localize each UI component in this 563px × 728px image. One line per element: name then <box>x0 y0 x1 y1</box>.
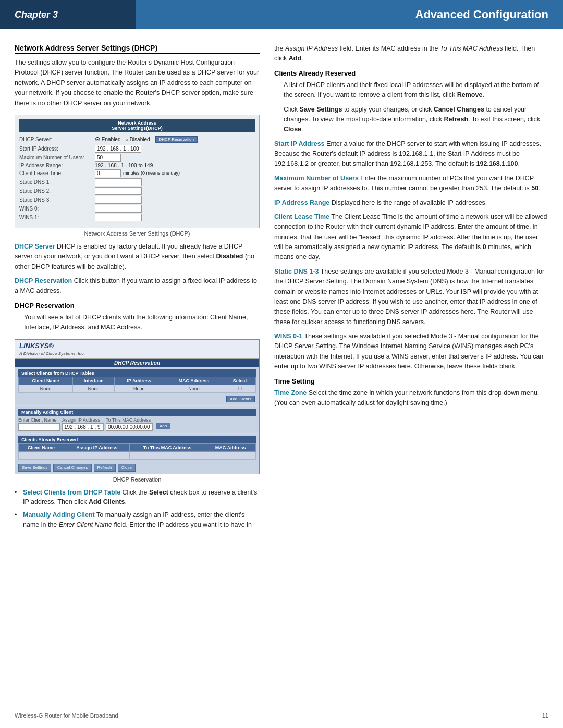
chapter-label: Chapter 3 <box>0 0 136 29</box>
manual-mac-address[interactable]: 00:00:00:00:00:00 <box>106 423 153 431</box>
dhcp-field-dns3: Static DNS 3: <box>19 196 255 204</box>
param-ip-range: IP Address Range Displayed here is the r… <box>274 198 548 208</box>
right-column: the Assign IP Address field. Enter its M… <box>274 44 548 534</box>
param-client-lease: Client Lease Time The Client Lease Time … <box>274 212 548 263</box>
dhcp-server-para: DHCP Server DHCP is enabled by factory d… <box>15 242 260 272</box>
title-text: Advanced Configuration <box>415 8 548 21</box>
dhcp-reservation-heading: DHCP Reservation <box>15 302 260 310</box>
param-max-users: Maximum Number of Users Enter the maximu… <box>274 174 548 194</box>
clients-para2: Click Save Settings to apply your change… <box>284 105 548 135</box>
dhcp-reservation-button[interactable]: DHCP Reservation <box>155 136 198 143</box>
time-setting-heading: Time Setting <box>274 377 548 385</box>
dhcp-server-term: DHCP Server <box>15 243 55 250</box>
dhcp-reservation-para: DHCP Reservation Click this button if yo… <box>15 276 260 297</box>
dhcp-field-server: DHCP Server: ⦿ Enabled ○ Disabled DHCP R… <box>19 135 255 144</box>
save-settings-button[interactable]: Save Settings <box>18 464 51 472</box>
param-time-zone: Time Zone Select the time zone in which … <box>274 388 548 409</box>
page-title: Advanced Configuration <box>136 0 563 29</box>
table-row: None None None None ☐ <box>19 385 256 392</box>
dhcp-field-wins0: WINS 0: <box>19 205 255 213</box>
col-client-name: Client Name <box>19 377 73 385</box>
main-content: Network Address Server Settings (DHCP) T… <box>0 29 563 549</box>
footer-right: 11 <box>542 712 548 719</box>
manual-client-name[interactable] <box>18 423 60 431</box>
bullet-item-manual: Manually Adding Client To manually assig… <box>15 510 260 530</box>
reservation-section1: Select Clients from DHCP Tables <box>18 369 256 377</box>
page-header: Chapter 3 Advanced Configuration <box>0 0 563 29</box>
footer-left: Wireless-G Router for Mobile Broadband <box>15 712 118 719</box>
dhcp-field-ip-range: IP Address Range: 192 . 168 . 1 . 100 to… <box>19 163 255 168</box>
dhcp-field-dns2: Static DNS 2: <box>19 187 255 195</box>
dhcp-field-wins1: WINS 1: <box>19 214 255 221</box>
dhcp-reservation-desc: You will see a list of DHCP clients with… <box>24 313 260 333</box>
reservation-nav-header: DHCP Reservation <box>15 359 259 367</box>
dhcp-reservation-term: DHCP Reservation <box>15 277 72 285</box>
clients-para1: A list of DHCP clients and their fixed l… <box>284 80 548 101</box>
table-row <box>19 451 256 459</box>
col-interface: Interface <box>73 377 115 385</box>
screenshot1-caption: Network Address Server Settings (DHCP) <box>15 230 260 237</box>
add-clients-button[interactable]: Add Clients <box>226 396 255 402</box>
param-static-dns: Static DNS 1-3 These settings are availa… <box>274 267 548 327</box>
screenshot2-caption: DHCP Reservation <box>15 476 260 483</box>
manual-add-button[interactable]: Add <box>156 423 170 429</box>
intro-paragraph: The settings allow you to configure the … <box>15 58 260 108</box>
left-column: Network Address Server Settings (DHCP) T… <box>15 44 260 534</box>
dhcp-field-dns1: Static DNS 1: <box>19 178 255 186</box>
manual-ip-address[interactable]: 192 . 168 . 1 . 9 <box>62 423 104 431</box>
dhcp-field-start-ip: Start IP Address: 192 . 168 . 1 . 100 <box>19 145 255 153</box>
screenshot1-box: Network AddressServer Settings(DHCP) DHC… <box>15 115 260 228</box>
param-start-ip: Start IP Address Enter a value for the D… <box>274 139 548 169</box>
dhcp-field-lease-time: Client Lease Time: 0 minutes (0 means on… <box>19 169 255 177</box>
refresh-button[interactable]: Refresh <box>94 464 116 472</box>
bullet-list: Select Clients from DHCP Table Click the… <box>15 488 260 530</box>
section-heading-dhcp: Network Address Server Settings (DHCP) <box>15 44 260 54</box>
page-footer: Wireless-G Router for Mobile Broadband 1… <box>15 709 548 719</box>
col-select: Select <box>224 377 256 385</box>
dhcp-field-max-users: Maximum Number of Users: 50 <box>19 154 255 162</box>
linksys-logo: LINKSYS® A Division of Cisco Systems, In… <box>15 340 259 359</box>
bullet-item-select: Select Clients from DHCP Table Click the… <box>15 488 260 508</box>
reservation-section3: Clients Already Reserved <box>18 436 256 443</box>
close-button[interactable]: Close <box>118 464 136 472</box>
col-mac-address: MAC Address <box>164 377 224 385</box>
clients-reserved-heading: Clients Already Reserved <box>274 69 548 77</box>
reserved-clients-table: Client Name Assign IP Address To This MA… <box>18 443 256 460</box>
reservation-section2: Manually Adding Client <box>18 409 256 416</box>
right-intro-para: the Assign IP Address field. Enter its M… <box>274 44 548 64</box>
screenshot1-header: Network AddressServer Settings(DHCP) <box>19 119 255 132</box>
col-ip-address: IP Address <box>114 377 164 385</box>
cancel-changes-button[interactable]: Cancel Changes <box>53 464 91 472</box>
bottom-buttons-row: Save Settings Cancel Changes Refresh Clo… <box>15 462 259 474</box>
chapter-text: Chapter 3 <box>15 9 58 20</box>
dhcp-clients-table: Client Name Interface IP Address MAC Add… <box>18 377 256 393</box>
screenshot2-box: LINKSYS® A Division of Cisco Systems, In… <box>15 339 260 474</box>
param-wins: WINS 0-1 These settings are available if… <box>274 331 548 372</box>
bullet2-label: Manually Adding Client <box>23 511 95 519</box>
bullet1-label: Select Clients from DHCP Table <box>23 489 120 496</box>
